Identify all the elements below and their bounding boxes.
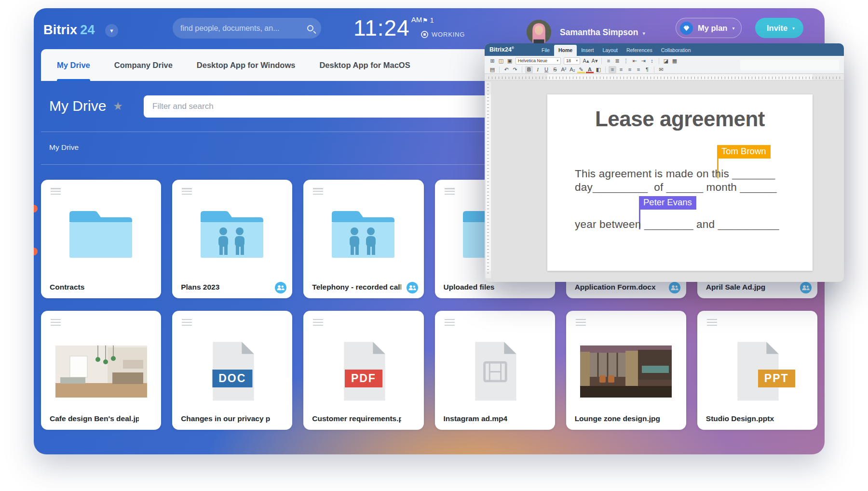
separator[interactable] — [601, 58, 602, 64]
card-menu-icon[interactable] — [313, 319, 323, 326]
clipboard-icon[interactable]: ▤ — [488, 66, 496, 73]
copy-icon[interactable]: ◫ — [497, 57, 505, 65]
shading-icon[interactable]: ◧ — [595, 66, 602, 73]
file-card[interactable]: PDF Customer requirements.pdf — [303, 311, 423, 430]
multilevel-list-icon[interactable]: ⋮ — [622, 57, 630, 65]
avatar[interactable] — [527, 20, 551, 44]
underline-icon[interactable]: U — [542, 66, 550, 73]
editor-menu-item[interactable]: File — [537, 45, 554, 56]
file-card[interactable]: Instagram ad.mp4 — [435, 311, 555, 430]
font-family-select[interactable]: Helvetica Neue▾ — [515, 57, 561, 65]
line-spacing-icon[interactable]: ↕ — [648, 57, 656, 65]
paste-icon[interactable]: ▣ — [506, 57, 514, 65]
file-card[interactable]: PPT Studio Design.pptx — [697, 311, 817, 430]
bold-icon[interactable]: B — [525, 66, 533, 73]
card-menu-icon[interactable] — [182, 188, 192, 195]
superscript-icon[interactable]: A² — [560, 66, 568, 73]
bullet-list-icon[interactable]: ≡ — [605, 57, 612, 65]
invite-button[interactable]: Invite ▾ — [755, 18, 803, 38]
horizontal-ruler — [485, 74, 844, 80]
folder-icon — [65, 203, 138, 263]
search-icon[interactable] — [307, 25, 313, 31]
print-icon[interactable]: ⊞ — [488, 57, 496, 65]
card-menu-icon[interactable] — [445, 319, 455, 326]
shrink-font-icon[interactable]: A▾ — [591, 57, 598, 65]
editor-toolbar: ⊞◫▣ Helvetica Neue▾ 18▾ A▴A▾≡≣⋮⇤⇥↕◪▦ ▤↶↷… — [485, 56, 844, 74]
file-card[interactable]: DOC Changes in our privacy poli... — [172, 311, 292, 430]
separator[interactable] — [659, 58, 659, 64]
separator[interactable] — [522, 66, 522, 73]
align-right-icon[interactable]: ≡ — [626, 66, 634, 73]
work-status[interactable]: WORKING — [421, 31, 465, 38]
global-search[interactable] — [173, 18, 321, 39]
align-left-icon[interactable]: ≡ — [609, 66, 616, 73]
chevron-down-icon[interactable]: ▾ — [105, 24, 118, 37]
shared-users-badge — [407, 282, 418, 293]
separator[interactable] — [654, 66, 654, 73]
bitrix-logo-number: 24 — [80, 23, 95, 37]
subscript-icon[interactable]: A₂ — [569, 66, 576, 73]
indent-icon[interactable]: ⇥ — [639, 57, 647, 65]
file-card[interactable]: Lounge zone design.jpg — [566, 311, 686, 430]
flag-icon: ⚑ — [422, 17, 428, 24]
global-search-input[interactable] — [180, 24, 303, 33]
file-card[interactable]: Telephony - recorded calls — [303, 180, 423, 298]
card-menu-icon[interactable] — [707, 319, 717, 326]
pilcrow-icon[interactable]: ¶ — [643, 66, 651, 73]
font-color-icon[interactable]: A — [586, 66, 594, 73]
editor-menu-item[interactable]: Collaboration — [657, 45, 695, 56]
align-center-icon[interactable]: ≡ — [617, 66, 625, 73]
italic-icon[interactable]: I — [534, 66, 542, 73]
collab-cursor-flag: Peter Evans — [639, 196, 696, 210]
clear-format-icon[interactable]: ◪ — [662, 57, 670, 65]
file-name: Telephony - recorded calls — [312, 283, 401, 292]
card-menu-icon[interactable] — [182, 319, 192, 326]
file-card[interactable]: Contracts — [41, 180, 161, 298]
drive-tab[interactable]: Company Drive — [114, 49, 173, 81]
drive-tab[interactable]: Desktop App for MacOS — [319, 49, 410, 81]
file-name: Lounge zone design.jpg — [575, 414, 660, 423]
undo-icon[interactable]: ↶ — [502, 66, 510, 73]
editor-menu-item[interactable]: Layout — [598, 45, 622, 56]
flag-counter[interactable]: ⚑1 — [422, 16, 434, 24]
card-menu-icon[interactable] — [445, 188, 455, 195]
card-menu-icon[interactable] — [51, 188, 61, 195]
bitrix-logo[interactable]: Bitrix24 — [43, 23, 95, 38]
justify-icon[interactable]: ≡ — [635, 66, 642, 73]
work-clock[interactable]: 11:24AM — [353, 15, 422, 41]
editor-menu-item[interactable]: References — [622, 45, 657, 56]
star-icon[interactable]: ★ — [113, 100, 123, 113]
strikethrough-icon[interactable]: S — [551, 66, 559, 73]
my-plan-button[interactable]: My plan ▾ — [676, 18, 742, 38]
editor-menu-item[interactable]: Home — [554, 45, 577, 56]
user-menu[interactable]: Samantha Simpson▾ — [560, 27, 645, 38]
separator[interactable] — [499, 66, 500, 73]
file-name: Uploaded files — [444, 283, 495, 292]
file-card[interactable]: Cafe design Ben's deal.jpg — [41, 311, 161, 430]
document-page[interactable]: Lease agreement Tom Brown This agreement… — [547, 94, 813, 271]
lounge-photo-thumbnail — [580, 345, 672, 398]
table-icon[interactable]: ▦ — [671, 57, 678, 65]
breadcrumb[interactable]: My Drive — [49, 143, 79, 152]
drive-tab[interactable]: My Drive — [57, 49, 90, 81]
editor-menu-item[interactable]: Insert — [577, 45, 598, 56]
file-name: Cafe design Ben's deal.jpg — [50, 414, 139, 423]
separator[interactable] — [605, 66, 606, 73]
file-grid-row-2: Cafe design Ben's deal.jpg — [41, 311, 817, 430]
card-menu-icon[interactable] — [313, 188, 323, 195]
outdent-icon[interactable]: ⇤ — [631, 57, 638, 65]
grow-font-icon[interactable]: A▴ — [582, 57, 590, 65]
file-name: April Sale Ad.jpg — [706, 283, 765, 292]
shared-users-badge — [275, 282, 286, 293]
highlight-icon[interactable]: ✎ — [577, 66, 585, 73]
card-menu-icon[interactable] — [51, 319, 61, 326]
mail-merge-icon[interactable]: ✉ — [657, 66, 665, 73]
card-menu-icon[interactable] — [576, 319, 586, 326]
file-card[interactable]: Plans 2023 — [172, 180, 292, 298]
redo-icon[interactable]: ↷ — [511, 66, 519, 73]
file-type-badge: PPT — [758, 370, 795, 387]
my-plan-label: My plan — [698, 24, 727, 33]
font-size-select[interactable]: 18▾ — [564, 57, 580, 65]
numbered-list-icon[interactable]: ≣ — [613, 57, 621, 65]
drive-tab[interactable]: Desktop App for Windows — [197, 49, 296, 81]
